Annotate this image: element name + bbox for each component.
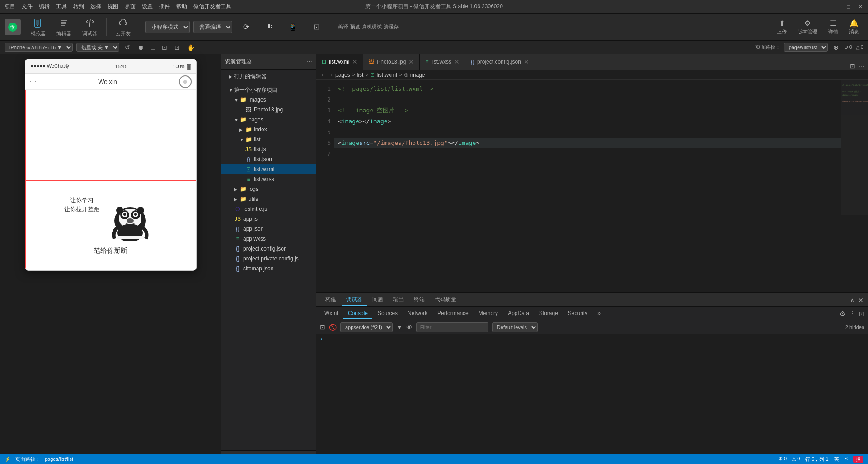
tab-projectconfig[interactable]: {} project.config.json ✕ bbox=[465, 54, 535, 70]
sitemap-file[interactable]: {} sitemap.json bbox=[221, 264, 316, 274]
details-button[interactable]: ☰ 详情 bbox=[824, 17, 843, 37]
gesture-button[interactable]: ✋ bbox=[185, 43, 197, 52]
logs-folder[interactable]: ▶ 📁 logs bbox=[221, 184, 316, 194]
simulator-button[interactable]: 模拟器 bbox=[27, 15, 49, 39]
listwxml-file[interactable]: ⊡ list.wxml bbox=[221, 164, 316, 174]
screen-button[interactable]: □ bbox=[149, 43, 156, 52]
tab-issues[interactable]: 问题 bbox=[368, 294, 388, 306]
list-folder[interactable]: ▼ 📁 list bbox=[221, 135, 316, 144]
tab-wxml-close[interactable]: ✕ bbox=[352, 58, 357, 65]
console-prompt[interactable]: › bbox=[320, 336, 864, 342]
console-settings-icon[interactable]: ⚙ bbox=[840, 310, 845, 317]
more-tabs-icon[interactable]: ··· bbox=[859, 62, 864, 70]
listwxss-file[interactable]: ≡ list.wxss bbox=[221, 174, 316, 184]
panel-close-icon[interactable]: ✕ bbox=[858, 297, 863, 304]
menu-edit[interactable]: 编辑 bbox=[39, 3, 50, 10]
photo13-file[interactable]: 🖼 Photo13.jpg bbox=[221, 105, 316, 115]
tab-terminal[interactable]: 终端 bbox=[409, 294, 429, 306]
minimize-button[interactable]: ─ bbox=[834, 4, 840, 10]
breadcrumb-nav-back[interactable]: ← bbox=[321, 72, 326, 78]
explorer-menu-icon[interactable]: ··· bbox=[306, 58, 312, 66]
breadcrumb-list[interactable]: list bbox=[357, 72, 364, 78]
tab-photo-close[interactable]: ✕ bbox=[408, 58, 414, 65]
eslintrc-file[interactable]: ⬡ .eslintrc.js bbox=[221, 204, 316, 214]
code-content[interactable]: <!--pages/list/list.wxml--> <!-- image 空… bbox=[334, 80, 841, 292]
open-editors-toggle[interactable]: ▶ 打开的编辑器 bbox=[221, 71, 316, 81]
subtab-console[interactable]: Console bbox=[343, 308, 372, 319]
subtab-performance[interactable]: Performance bbox=[433, 308, 473, 319]
utils-folder[interactable]: ▶ 📁 utils bbox=[221, 194, 316, 204]
tab-build[interactable]: 构建 bbox=[321, 294, 341, 306]
layout2-button[interactable]: ⊡ bbox=[173, 43, 182, 52]
page-path-selector[interactable]: pages/list/list bbox=[784, 43, 828, 52]
tab-wxss-close[interactable]: ✕ bbox=[454, 58, 460, 65]
subtab-memory[interactable]: Memory bbox=[474, 308, 502, 319]
subtab-storage[interactable]: Storage bbox=[535, 308, 563, 319]
console-more-icon[interactable]: ⋮ bbox=[849, 310, 855, 317]
menu-wechat[interactable]: 微信开发者工具 bbox=[193, 3, 231, 10]
menu-plugins[interactable]: 插件 bbox=[159, 3, 170, 10]
tab-listwxss[interactable]: ≡ list.wxss ✕ bbox=[420, 54, 465, 70]
hotreload-selector[interactable]: 热重载 关 ▼ bbox=[76, 43, 119, 52]
appwxss-file[interactable]: ≡ app.wxss bbox=[221, 234, 316, 244]
menu-bar[interactable]: 项目 文件 编辑 工具 转到 选择 视图 界面 设置 插件 帮助 微信开发者工具 bbox=[5, 3, 231, 10]
tab-quality[interactable]: 代码质量 bbox=[430, 294, 461, 306]
subtab-appdata[interactable]: AppData bbox=[503, 308, 534, 319]
layout1-button[interactable]: ⊡ bbox=[160, 43, 169, 52]
window-controls[interactable]: ─ □ ✕ bbox=[834, 4, 863, 10]
cleanstore-button[interactable]: ⊡ bbox=[306, 19, 326, 35]
projectprivate-file[interactable]: {} project.private.config.js... bbox=[221, 254, 316, 264]
console-filter-input[interactable] bbox=[416, 322, 488, 332]
breadcrumb-pages[interactable]: pages bbox=[335, 72, 350, 78]
menu-help[interactable]: 帮助 bbox=[176, 3, 187, 10]
appjson-file[interactable]: {} app.json bbox=[221, 224, 316, 234]
index-folder[interactable]: ▶ 📁 index bbox=[221, 125, 316, 135]
subtab-more[interactable]: » bbox=[593, 308, 605, 319]
console-clear-icon[interactable]: 🚫 bbox=[329, 324, 337, 331]
subtab-security[interactable]: Security bbox=[563, 308, 592, 319]
tab-output[interactable]: 输出 bbox=[389, 294, 408, 306]
console-levels-selector[interactable]: Default levels bbox=[492, 322, 538, 332]
device-selector[interactable]: iPhone 6/7/8 85% 16 ▼ bbox=[5, 43, 73, 52]
tab-debugger[interactable]: 调试器 bbox=[342, 294, 367, 306]
mode-selector[interactable]: 小程序模式 bbox=[145, 21, 190, 33]
menu-view[interactable]: 视图 bbox=[108, 3, 118, 10]
add-page-button[interactable]: ⊕ bbox=[831, 43, 840, 52]
images-folder[interactable]: ▼ 📁 images bbox=[221, 95, 316, 105]
tab-json-close[interactable]: ✕ bbox=[524, 58, 529, 65]
project-toggle[interactable]: ▼ 第一个小程序项目 bbox=[221, 85, 316, 95]
compile-selector[interactable]: 普通编译 bbox=[193, 21, 232, 33]
menu-ui[interactable]: 界面 bbox=[125, 3, 136, 10]
record-button[interactable]: ⏺ bbox=[136, 43, 145, 52]
cloud-button[interactable]: 云开发 bbox=[112, 15, 134, 39]
subtab-sources[interactable]: Sources bbox=[373, 308, 402, 319]
compile-button[interactable]: ⟳ bbox=[236, 19, 256, 35]
pages-folder[interactable]: ▼ 📁 pages bbox=[221, 115, 316, 125]
notification-button[interactable]: 🔔 消息 bbox=[845, 17, 863, 37]
menu-tool[interactable]: 工具 bbox=[56, 3, 67, 10]
maximize-button[interactable]: □ bbox=[845, 4, 852, 10]
console-undock-icon[interactable]: ⊡ bbox=[859, 310, 864, 317]
panel-collapse-icon[interactable]: ∧ bbox=[850, 297, 854, 304]
split-editor-icon[interactable]: ⊡ bbox=[850, 62, 855, 70]
listjs-file[interactable]: JS list.js bbox=[221, 144, 316, 154]
projectconfig-file[interactable]: {} project.config.json bbox=[221, 244, 316, 254]
debugger-button[interactable]: 调试器 bbox=[79, 15, 101, 39]
preview-button[interactable]: 👁 bbox=[259, 19, 279, 35]
console-eye-icon[interactable]: 👁 bbox=[406, 324, 413, 331]
tab-listwxml[interactable]: ⊡ list.wxml ✕ bbox=[316, 54, 363, 70]
menu-goto[interactable]: 转到 bbox=[73, 3, 84, 10]
editor-button[interactable]: 编辑器 bbox=[53, 15, 75, 39]
console-input[interactable] bbox=[325, 336, 864, 342]
console-dropdown-icon[interactable]: ▼ bbox=[396, 324, 403, 331]
subtab-network[interactable]: Network bbox=[403, 308, 432, 319]
realdevice-button[interactable]: 📱 bbox=[283, 19, 303, 35]
device-context-selector[interactable]: appservice (#21) bbox=[340, 322, 393, 332]
upload-button[interactable]: ⬆ 上传 bbox=[772, 17, 791, 37]
console-block-icon[interactable]: ⊡ bbox=[320, 324, 325, 331]
close-button[interactable]: ✕ bbox=[857, 4, 863, 10]
subtab-wxml[interactable]: Wxml bbox=[320, 308, 343, 319]
version-manager-button[interactable]: ⚙ 版本管理 bbox=[793, 17, 822, 37]
listjson-file[interactable]: {} list.json bbox=[221, 154, 316, 164]
menu-project[interactable]: 项目 bbox=[5, 3, 15, 10]
